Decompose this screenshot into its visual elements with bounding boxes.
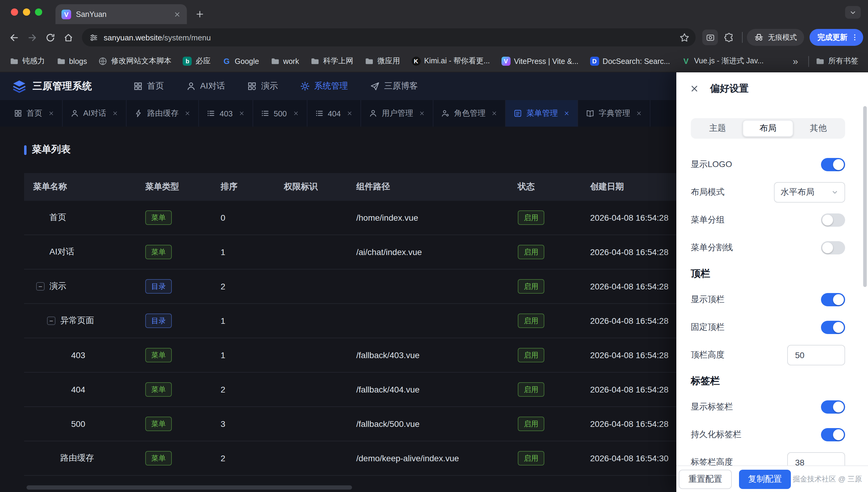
nav-item-4[interactable]: 三原博客 — [370, 81, 418, 92]
bookmark-item[interactable]: GGoogle — [222, 57, 259, 66]
drawer-close-icon[interactable] — [690, 84, 699, 94]
drawer-tab[interactable]: 布局 — [742, 120, 793, 137]
nav-item-3[interactable]: 系统管理 — [300, 81, 348, 92]
column-header[interactable]: 组件路径 — [347, 181, 508, 192]
collapse-toggle[interactable]: − — [36, 282, 45, 291]
nav-item-0[interactable]: 首页 — [133, 81, 164, 92]
app-tab-close-icon[interactable] — [419, 110, 425, 116]
site-info-icon[interactable] — [89, 33, 98, 42]
kebab-menu-icon[interactable] — [850, 33, 859, 42]
tab-search-button[interactable] — [845, 6, 861, 19]
app-tab[interactable]: 500 — [253, 100, 307, 127]
table-row[interactable]: 404菜单2/fallback/404.vue启用2026-04-08 16:5… — [24, 373, 771, 407]
bookmark-item[interactable]: work — [270, 57, 299, 66]
app-tab[interactable]: 字典管理 — [578, 100, 651, 127]
app-tab-close-icon[interactable] — [636, 110, 642, 116]
app-tab-close-icon[interactable] — [292, 110, 299, 116]
number-input[interactable]: 38 — [787, 452, 845, 465]
bookmark-star-icon[interactable] — [679, 32, 690, 43]
drawer-scrollbar[interactable] — [863, 72, 867, 492]
app-tab[interactable]: 角色管理 — [434, 100, 506, 127]
reset-config-button[interactable]: 重置配置 — [679, 469, 732, 489]
screenshot-extension-button[interactable] — [702, 29, 718, 45]
toggle-switch[interactable] — [821, 241, 845, 254]
bookmark-item[interactable]: blogs — [56, 57, 87, 66]
drawer-tab[interactable]: 主题 — [693, 120, 742, 137]
bookmark-item[interactable]: KKimi.ai - 帮你看更... — [411, 56, 490, 66]
bookmark-item[interactable]: 微应用 — [365, 56, 400, 66]
column-header[interactable]: 权限标识 — [274, 181, 347, 192]
scrollbar-thumb[interactable] — [863, 106, 867, 287]
toggle-knob — [822, 242, 833, 253]
all-bookmarks-button[interactable]: 所有书签 — [816, 56, 858, 66]
bookmark-item[interactable]: 钝感力 — [10, 56, 45, 66]
window-zoom-button[interactable] — [35, 8, 42, 16]
order-cell: 2 — [211, 453, 274, 463]
horizontal-scrollbar[interactable] — [27, 485, 352, 490]
tab-close-icon[interactable] — [174, 10, 181, 18]
toggle-switch[interactable] — [821, 158, 845, 171]
collapse-toggle[interactable]: − — [47, 317, 55, 325]
bookmark-item[interactable]: 修改网站文本脚本 — [99, 56, 172, 66]
drawer-title: 偏好设置 — [710, 82, 749, 95]
all-bookmarks-label: 所有书签 — [828, 56, 858, 66]
window-minimize-button[interactable] — [23, 8, 30, 16]
forward-button[interactable] — [23, 28, 41, 46]
nav-item-2[interactable]: 演示 — [247, 81, 278, 92]
user-icon — [186, 81, 196, 91]
bookmarks-overflow-button[interactable]: » — [789, 56, 802, 67]
app-tab[interactable]: 403 — [199, 100, 253, 127]
number-input[interactable]: 50 — [787, 345, 845, 365]
layout-mode-select[interactable]: 水平布局 — [774, 182, 845, 203]
status-cell: 启用 — [508, 382, 581, 397]
column-header[interactable]: 菜单名称 — [24, 181, 136, 192]
reload-button[interactable] — [41, 28, 59, 46]
bookmark-item[interactable]: VVue.js - 渐进式 Jav... — [682, 56, 764, 66]
menu-type-cell: 目录 — [136, 279, 211, 294]
table-row[interactable]: AI对话菜单1/ai/chat/index.vue启用2026-04-08 16… — [24, 235, 771, 270]
address-bar[interactable]: sanyuan.website/system/menu — [82, 28, 696, 46]
home-button[interactable] — [59, 28, 77, 46]
copy-config-button[interactable]: 复制配置 — [739, 469, 791, 489]
table-row[interactable]: 路由缓存菜单2/demo/keep-alive/index.vue启用2026-… — [24, 441, 771, 476]
app-tab-close-icon[interactable] — [239, 110, 245, 116]
app-tab[interactable]: 首页 — [6, 100, 63, 127]
table-row[interactable]: −异常页面目录1启用2026-04-08 16:54:28 — [24, 304, 771, 338]
new-tab-button[interactable] — [195, 10, 204, 19]
app-tab-close-icon[interactable] — [564, 110, 570, 116]
app-tab-close-icon[interactable] — [185, 110, 191, 116]
chrome-update-button[interactable]: 完成更新 — [810, 29, 863, 46]
app-tab-close-icon[interactable] — [48, 110, 54, 116]
app-tab[interactable]: 用户管理 — [361, 100, 434, 127]
column-header[interactable]: 菜单类型 — [136, 181, 211, 192]
column-header[interactable]: 状态 — [508, 181, 581, 192]
app-tab-close-icon[interactable] — [112, 110, 119, 116]
app-tab-close-icon[interactable] — [491, 110, 497, 116]
table-row[interactable]: 500菜单3/fallback/500.vue启用2026-04-08 16:5… — [24, 407, 771, 441]
table-row[interactable]: 首页菜单0/home/index.vue启用2026-04-08 16:54:2… — [24, 201, 771, 235]
app-tab[interactable]: 路由缓存 — [127, 100, 199, 127]
nav-item-1[interactable]: AI对话 — [186, 81, 225, 92]
bookmark-item[interactable]: 科学上网 — [310, 56, 353, 66]
bookmarks-list: 钝感力blogs修改网站文本脚本b必应GGooglework科学上网微应用KKi… — [10, 56, 783, 66]
app-tab[interactable]: 404 — [307, 100, 361, 127]
bookmark-item[interactable]: b必应 — [183, 56, 211, 66]
window-close-button[interactable] — [11, 8, 18, 16]
app-tab[interactable]: 菜单管理 — [506, 100, 578, 127]
toggle-switch[interactable] — [821, 400, 845, 414]
extensions-button[interactable] — [720, 28, 738, 46]
back-button[interactable] — [5, 28, 23, 46]
column-header[interactable]: 排序 — [211, 181, 274, 192]
toggle-switch[interactable] — [821, 214, 845, 227]
toggle-switch[interactable] — [821, 428, 845, 441]
table-row[interactable]: 403菜单1/fallback/403.vue启用2026-04-08 16:5… — [24, 338, 771, 373]
bookmark-item[interactable]: VVitePress | Vite &... — [501, 57, 578, 66]
drawer-tab[interactable]: 其他 — [794, 120, 843, 137]
bookmark-item[interactable]: DDocSearch: Searc... — [590, 57, 670, 66]
app-tab-close-icon[interactable] — [347, 110, 353, 116]
browser-tab[interactable]: V SanYuan — [55, 4, 187, 24]
table-row[interactable]: −演示目录2启用2026-04-08 16:54:28 — [24, 270, 771, 304]
toggle-switch[interactable] — [821, 321, 845, 334]
toggle-switch[interactable] — [821, 293, 845, 306]
app-tab[interactable]: AI对话 — [63, 100, 127, 127]
